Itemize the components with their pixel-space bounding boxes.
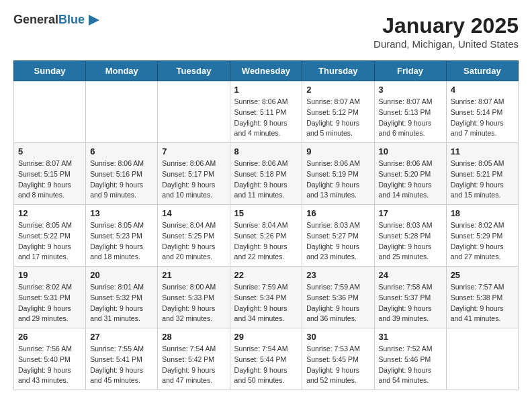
day-info: Sunrise: 8:06 AM Sunset: 5:19 PM Dayligh… bbox=[306, 158, 369, 201]
day-number: 12 bbox=[18, 208, 81, 218]
day-cell: 28Sunrise: 7:54 AM Sunset: 5:42 PM Dayli… bbox=[158, 328, 230, 390]
day-number: 29 bbox=[234, 332, 298, 342]
page-title: January 2025 bbox=[373, 13, 519, 38]
day-cell: 16Sunrise: 8:03 AM Sunset: 5:27 PM Dayli… bbox=[302, 205, 374, 267]
day-info: Sunrise: 8:06 AM Sunset: 5:16 PM Dayligh… bbox=[90, 158, 153, 201]
logo-blue-text: Blue bbox=[58, 13, 85, 26]
day-cell: 14Sunrise: 8:04 AM Sunset: 5:25 PM Dayli… bbox=[158, 205, 230, 267]
day-cell: 24Sunrise: 7:58 AM Sunset: 5:37 PM Dayli… bbox=[374, 267, 446, 328]
day-cell: 20Sunrise: 8:01 AM Sunset: 5:32 PM Dayli… bbox=[86, 267, 158, 328]
day-number: 11 bbox=[451, 146, 514, 156]
day-info: Sunrise: 7:54 AM Sunset: 5:42 PM Dayligh… bbox=[162, 344, 225, 386]
day-cell: 27Sunrise: 7:55 AM Sunset: 5:41 PM Dayli… bbox=[86, 328, 158, 390]
logo-icon bbox=[87, 13, 101, 27]
day-info: Sunrise: 7:52 AM Sunset: 5:46 PM Dayligh… bbox=[379, 344, 442, 386]
day-cell: 8Sunrise: 8:06 AM Sunset: 5:18 PM Daylig… bbox=[230, 143, 302, 205]
day-info: Sunrise: 8:07 AM Sunset: 5:13 PM Dayligh… bbox=[379, 97, 442, 139]
day-info: Sunrise: 7:58 AM Sunset: 5:37 PM Dayligh… bbox=[379, 282, 442, 324]
day-info: Sunrise: 8:01 AM Sunset: 5:32 PM Dayligh… bbox=[90, 282, 153, 324]
day-cell bbox=[86, 81, 158, 143]
day-info: Sunrise: 8:00 AM Sunset: 5:33 PM Dayligh… bbox=[162, 282, 225, 324]
day-info: Sunrise: 8:02 AM Sunset: 5:29 PM Dayligh… bbox=[451, 220, 514, 263]
logo: GeneralBlue bbox=[13, 13, 101, 27]
day-info: Sunrise: 7:57 AM Sunset: 5:38 PM Dayligh… bbox=[451, 282, 514, 324]
day-cell: 10Sunrise: 8:06 AM Sunset: 5:20 PM Dayli… bbox=[374, 143, 446, 205]
day-cell: 5Sunrise: 8:07 AM Sunset: 5:15 PM Daylig… bbox=[14, 143, 86, 205]
day-number: 22 bbox=[234, 270, 298, 280]
day-number: 5 bbox=[18, 146, 81, 156]
day-cell bbox=[446, 328, 518, 390]
day-info: Sunrise: 7:59 AM Sunset: 5:34 PM Dayligh… bbox=[234, 282, 298, 324]
day-number: 21 bbox=[162, 270, 225, 280]
day-number: 16 bbox=[306, 208, 369, 218]
weekday-header-wednesday: Wednesday bbox=[230, 61, 302, 81]
day-cell: 9Sunrise: 8:06 AM Sunset: 5:19 PM Daylig… bbox=[302, 143, 374, 205]
day-cell: 6Sunrise: 8:06 AM Sunset: 5:16 PM Daylig… bbox=[86, 143, 158, 205]
day-info: Sunrise: 7:59 AM Sunset: 5:36 PM Dayligh… bbox=[306, 282, 369, 324]
day-cell: 7Sunrise: 8:06 AM Sunset: 5:17 PM Daylig… bbox=[158, 143, 230, 205]
day-number: 17 bbox=[379, 208, 442, 218]
day-number: 3 bbox=[379, 85, 442, 95]
weekday-header-sunday: Sunday bbox=[14, 61, 86, 81]
day-number: 20 bbox=[90, 270, 153, 280]
day-cell: 26Sunrise: 7:56 AM Sunset: 5:40 PM Dayli… bbox=[14, 328, 86, 390]
day-cell: 1Sunrise: 8:06 AM Sunset: 5:11 PM Daylig… bbox=[230, 81, 302, 143]
calendar-table: SundayMondayTuesdayWednesdayThursdayFrid… bbox=[13, 60, 519, 390]
day-cell: 30Sunrise: 7:53 AM Sunset: 5:45 PM Dayli… bbox=[302, 328, 374, 390]
day-info: Sunrise: 8:04 AM Sunset: 5:26 PM Dayligh… bbox=[234, 220, 298, 263]
day-info: Sunrise: 8:07 AM Sunset: 5:15 PM Dayligh… bbox=[18, 158, 81, 201]
weekday-header-thursday: Thursday bbox=[302, 61, 374, 81]
day-cell: 13Sunrise: 8:05 AM Sunset: 5:23 PM Dayli… bbox=[86, 205, 158, 267]
weekday-header-saturday: Saturday bbox=[446, 61, 518, 81]
day-number: 27 bbox=[90, 332, 153, 342]
day-cell: 11Sunrise: 8:05 AM Sunset: 5:21 PM Dayli… bbox=[446, 143, 518, 205]
day-number: 1 bbox=[234, 85, 298, 95]
title-section: January 2025 Durand, Michigan, United St… bbox=[373, 13, 519, 50]
day-number: 24 bbox=[379, 270, 442, 280]
weekday-header-row: SundayMondayTuesdayWednesdayThursdayFrid… bbox=[14, 61, 519, 81]
day-number: 13 bbox=[90, 208, 153, 218]
day-number: 7 bbox=[162, 146, 225, 156]
day-cell: 2Sunrise: 8:07 AM Sunset: 5:12 PM Daylig… bbox=[302, 81, 374, 143]
week-row-5: 26Sunrise: 7:56 AM Sunset: 5:40 PM Dayli… bbox=[14, 328, 519, 390]
day-cell: 29Sunrise: 7:54 AM Sunset: 5:44 PM Dayli… bbox=[230, 328, 302, 390]
day-info: Sunrise: 8:07 AM Sunset: 5:14 PM Dayligh… bbox=[451, 97, 514, 139]
day-cell: 4Sunrise: 8:07 AM Sunset: 5:14 PM Daylig… bbox=[446, 81, 518, 143]
day-number: 31 bbox=[379, 332, 442, 342]
day-cell: 15Sunrise: 8:04 AM Sunset: 5:26 PM Dayli… bbox=[230, 205, 302, 267]
day-number: 14 bbox=[162, 208, 225, 218]
day-number: 23 bbox=[306, 270, 369, 280]
day-number: 15 bbox=[234, 208, 298, 218]
day-info: Sunrise: 8:05 AM Sunset: 5:22 PM Dayligh… bbox=[18, 220, 81, 263]
day-info: Sunrise: 8:03 AM Sunset: 5:27 PM Dayligh… bbox=[306, 220, 369, 263]
day-number: 18 bbox=[451, 208, 514, 218]
logo-general: GeneralBlue bbox=[13, 13, 85, 27]
day-cell: 3Sunrise: 8:07 AM Sunset: 5:13 PM Daylig… bbox=[374, 81, 446, 143]
day-cell: 31Sunrise: 7:52 AM Sunset: 5:46 PM Dayli… bbox=[374, 328, 446, 390]
day-cell: 18Sunrise: 8:02 AM Sunset: 5:29 PM Dayli… bbox=[446, 205, 518, 267]
day-info: Sunrise: 7:56 AM Sunset: 5:40 PM Dayligh… bbox=[18, 344, 81, 386]
day-info: Sunrise: 8:05 AM Sunset: 5:21 PM Dayligh… bbox=[451, 158, 514, 201]
weekday-header-tuesday: Tuesday bbox=[158, 61, 230, 81]
day-info: Sunrise: 8:06 AM Sunset: 5:18 PM Dayligh… bbox=[234, 158, 298, 201]
day-info: Sunrise: 8:02 AM Sunset: 5:31 PM Dayligh… bbox=[18, 282, 81, 324]
week-row-1: 1Sunrise: 8:06 AM Sunset: 5:11 PM Daylig… bbox=[14, 81, 519, 143]
day-info: Sunrise: 7:54 AM Sunset: 5:44 PM Dayligh… bbox=[234, 344, 298, 386]
day-info: Sunrise: 8:05 AM Sunset: 5:23 PM Dayligh… bbox=[90, 220, 153, 263]
day-cell: 21Sunrise: 8:00 AM Sunset: 5:33 PM Dayli… bbox=[158, 267, 230, 328]
day-info: Sunrise: 7:55 AM Sunset: 5:41 PM Dayligh… bbox=[90, 344, 153, 386]
week-row-2: 5Sunrise: 8:07 AM Sunset: 5:15 PM Daylig… bbox=[14, 143, 519, 205]
day-info: Sunrise: 8:07 AM Sunset: 5:12 PM Dayligh… bbox=[306, 97, 369, 139]
day-cell: 23Sunrise: 7:59 AM Sunset: 5:36 PM Dayli… bbox=[302, 267, 374, 328]
weekday-header-monday: Monday bbox=[86, 61, 158, 81]
svg-marker-0 bbox=[89, 15, 99, 26]
day-info: Sunrise: 8:06 AM Sunset: 5:11 PM Dayligh… bbox=[234, 97, 298, 139]
page-subtitle: Durand, Michigan, United States bbox=[373, 38, 519, 50]
day-number: 30 bbox=[306, 332, 369, 342]
week-row-3: 12Sunrise: 8:05 AM Sunset: 5:22 PM Dayli… bbox=[14, 205, 519, 267]
weekday-header-friday: Friday bbox=[374, 61, 446, 81]
day-info: Sunrise: 8:06 AM Sunset: 5:17 PM Dayligh… bbox=[162, 158, 225, 201]
day-info: Sunrise: 8:04 AM Sunset: 5:25 PM Dayligh… bbox=[162, 220, 225, 263]
day-number: 9 bbox=[306, 146, 369, 156]
day-number: 2 bbox=[306, 85, 369, 95]
